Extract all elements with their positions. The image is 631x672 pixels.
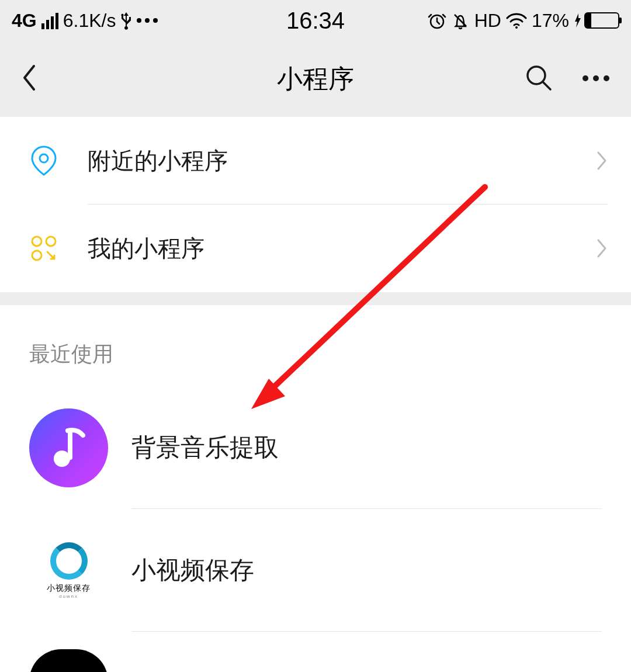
charging-icon bbox=[574, 12, 582, 29]
data-speed: 6.1K/s bbox=[63, 10, 116, 32]
recent-app-video[interactable]: 小视频保存 downx 小视频保存 bbox=[0, 509, 631, 632]
app-icon-black bbox=[29, 649, 108, 672]
nearby-label: 附近的小程序 bbox=[88, 145, 228, 177]
svg-point-2 bbox=[515, 26, 518, 29]
signal-icon bbox=[41, 12, 58, 29]
svg-point-12 bbox=[54, 451, 70, 467]
chevron-left-icon bbox=[21, 64, 37, 92]
more-dots-icon bbox=[137, 18, 158, 23]
recent-app-music[interactable]: 背景音乐提取 bbox=[0, 386, 631, 509]
battery-percent: 17% bbox=[532, 10, 569, 32]
search-icon bbox=[525, 64, 553, 92]
app-icon-video: 小视频保存 downx bbox=[29, 531, 108, 610]
svg-point-11 bbox=[32, 251, 41, 260]
more-horizontal-icon bbox=[582, 75, 610, 82]
location-pin-icon bbox=[31, 146, 57, 176]
mute-bell-icon bbox=[451, 11, 470, 30]
svg-point-3 bbox=[528, 67, 545, 84]
network-label: 4G bbox=[12, 10, 37, 32]
back-button[interactable] bbox=[21, 64, 37, 94]
svg-point-9 bbox=[32, 237, 41, 246]
svg-point-6 bbox=[593, 75, 599, 81]
apps-icon bbox=[30, 234, 58, 262]
wifi-icon bbox=[506, 11, 527, 30]
music-note-icon bbox=[51, 427, 86, 468]
svg-point-7 bbox=[604, 75, 609, 81]
chevron-right-icon bbox=[596, 238, 608, 259]
svg-rect-13 bbox=[68, 431, 72, 460]
ring-icon bbox=[50, 542, 88, 580]
usb-icon bbox=[120, 11, 132, 30]
status-right: HD 17% bbox=[428, 10, 619, 32]
search-button[interactable] bbox=[525, 64, 553, 94]
app-icon-music bbox=[29, 408, 108, 487]
svg-point-8 bbox=[40, 154, 48, 162]
hd-label: HD bbox=[474, 10, 501, 32]
svg-point-5 bbox=[583, 75, 588, 81]
chevron-right-icon bbox=[596, 150, 608, 171]
recent-app-third[interactable] bbox=[0, 632, 631, 672]
clock: 16:34 bbox=[286, 8, 345, 34]
svg-point-10 bbox=[46, 237, 56, 246]
app-icon-sub: downx bbox=[59, 594, 78, 599]
section-gap bbox=[0, 292, 631, 305]
app-label-video: 小视频保存 bbox=[131, 554, 254, 587]
app-icon-caption: 小视频保存 bbox=[47, 583, 91, 594]
my-miniapps-row[interactable]: 我的小程序 bbox=[0, 205, 631, 292]
recent-header: 最近使用 bbox=[0, 305, 631, 386]
my-label: 我的小程序 bbox=[88, 233, 204, 265]
nearby-miniapps-row[interactable]: 附近的小程序 bbox=[0, 117, 631, 205]
nav-bar: 小程序 bbox=[0, 41, 631, 117]
status-left: 4G 6.1K/s bbox=[12, 10, 158, 32]
battery-icon bbox=[584, 12, 619, 29]
more-button[interactable] bbox=[582, 74, 610, 84]
app-label-music: 背景音乐提取 bbox=[131, 431, 279, 464]
status-bar: 4G 6.1K/s 16:34 HD 17% bbox=[0, 0, 631, 41]
menu-group: 附近的小程序 我的小程序 bbox=[0, 117, 631, 292]
page-title: 小程序 bbox=[277, 62, 354, 96]
svg-line-4 bbox=[543, 82, 550, 89]
alarm-icon bbox=[428, 11, 446, 30]
